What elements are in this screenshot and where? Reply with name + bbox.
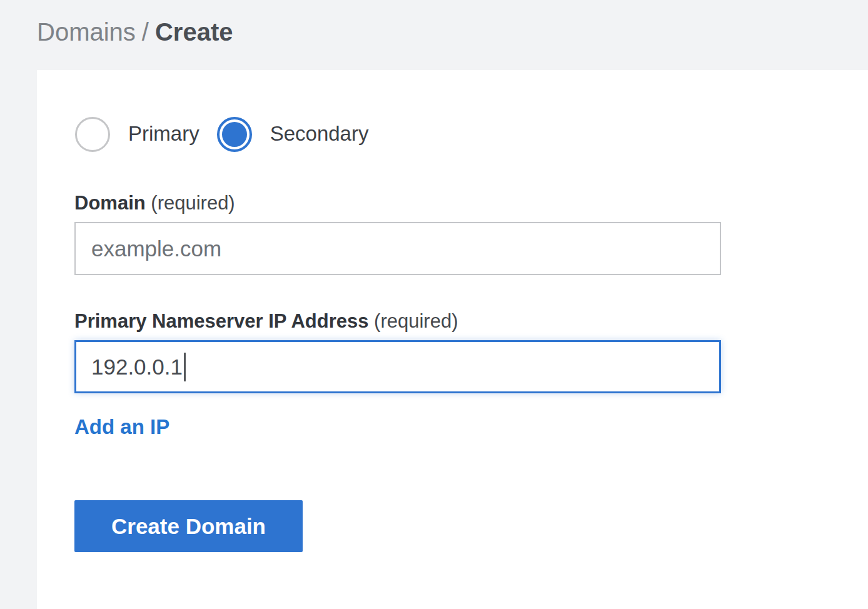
domain-field-label: Domain (required) — [74, 191, 830, 215]
breadcrumb-current: Create — [155, 18, 233, 46]
radio-option-secondary[interactable]: Secondary — [217, 117, 369, 152]
radio-option-primary[interactable]: Primary — [75, 117, 199, 152]
domain-type-radio-group: Primary Secondary — [75, 116, 830, 153]
ip-input-value: 192.0.0.1 — [91, 355, 183, 380]
text-caret — [184, 353, 186, 381]
domain-field-group: Domain (required) — [74, 191, 830, 275]
radio-primary[interactable] — [75, 117, 110, 152]
ip-label-text: Primary Nameserver IP Address — [74, 310, 368, 332]
ip-field-label: Primary Nameserver IP Address (required) — [74, 310, 830, 333]
breadcrumb-parent[interactable]: Domains — [37, 18, 136, 46]
radio-selected-dot — [222, 122, 247, 147]
domain-required-hint: (required) — [151, 192, 235, 214]
radio-primary-label[interactable]: Primary — [128, 123, 199, 146]
ip-field-group: Primary Nameserver IP Address (required)… — [74, 310, 830, 393]
radio-secondary-label[interactable]: Secondary — [270, 123, 369, 146]
create-domain-button[interactable]: Create Domain — [74, 500, 303, 552]
add-ip-link[interactable]: Add an IP — [74, 415, 169, 439]
create-domain-card: Primary Secondary Domain (required) Prim… — [37, 70, 868, 609]
radio-secondary[interactable] — [217, 117, 252, 152]
domain-label-text: Domain — [74, 192, 146, 214]
breadcrumb: Domains/Create — [37, 16, 233, 48]
primary-nameserver-ip-input[interactable]: 192.0.0.1 — [74, 340, 721, 393]
breadcrumb-separator: / — [142, 18, 149, 46]
ip-required-hint: (required) — [374, 310, 458, 332]
domain-input[interactable] — [74, 222, 721, 275]
